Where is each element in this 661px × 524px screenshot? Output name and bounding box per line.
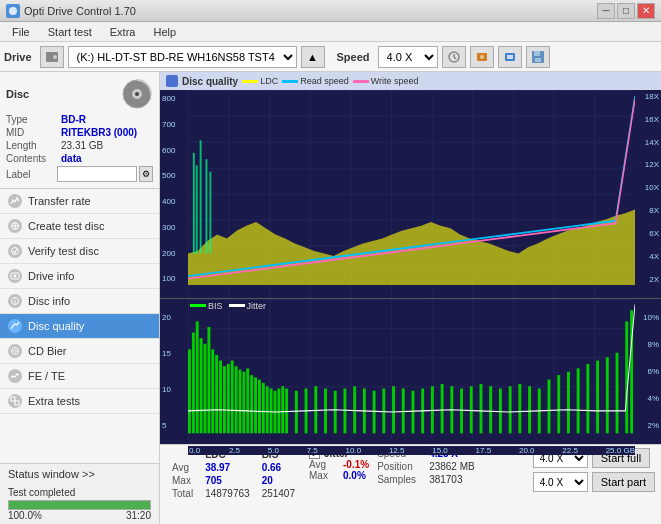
mid-value: RITEKBR3 (000) (61, 127, 137, 138)
y1r-12x: 12X (637, 160, 659, 169)
x2-20: 20.0 (519, 446, 535, 455)
legend-read-speed: Read speed (282, 76, 349, 86)
speed-icon-btn3[interactable] (498, 46, 522, 68)
svg-rect-31 (196, 165, 198, 253)
progress-time: 100.0% 31:20 (8, 510, 151, 521)
chart2-container: BIS Jitter 20 15 10 5 (160, 299, 661, 525)
type-value: BD-R (61, 114, 86, 125)
close-button[interactable]: ✕ (637, 3, 655, 19)
nav-disc-info-label: Disc info (28, 295, 70, 307)
speed-icon-btn2[interactable] (470, 46, 494, 68)
samples-row: Samples 381703 (377, 474, 475, 485)
nav-transfer-rate-label: Transfer rate (28, 195, 91, 207)
label-input[interactable] (57, 166, 137, 182)
svg-line-5 (454, 57, 456, 59)
chart2-legend: BIS Jitter (190, 301, 266, 311)
svg-rect-12 (535, 58, 541, 62)
nav-drive-info-label: Drive info (28, 270, 74, 282)
x2-175: 17.5 (476, 446, 492, 455)
chart1-title-bar: Disc quality LDC Read speed Write speed (160, 72, 661, 90)
y1-100: 100 (162, 274, 186, 283)
svg-rect-37 (188, 349, 191, 433)
max-bis: 20 (256, 474, 301, 487)
legend-jitter-color (229, 304, 245, 307)
svg-rect-71 (373, 390, 376, 433)
legend-read-speed-label: Read speed (300, 76, 349, 86)
progress-elapsed: 31:20 (126, 510, 151, 521)
y2-20: 20 (162, 313, 186, 322)
chart1-y-left: 800 700 600 500 400 300 200 100 (160, 90, 188, 298)
nav-disc-quality-label: Disc quality (28, 320, 84, 332)
nav-drive-info[interactable]: Drive info (0, 264, 159, 289)
nav-verify-test-disc[interactable]: Verify test disc (0, 239, 159, 264)
legend-ldc-color (242, 80, 258, 83)
app-icon (6, 4, 20, 18)
nav-fe-te-label: FE / TE (28, 370, 65, 382)
svg-rect-42 (207, 326, 210, 432)
jitter-max-value: 0.0% (343, 470, 366, 481)
nav-extra-tests[interactable]: Extra tests (0, 389, 159, 414)
drive-icon-btn[interactable] (40, 46, 64, 68)
menu-file[interactable]: File (4, 24, 38, 40)
length-key: Length (6, 140, 61, 151)
titlebar-left: Opti Drive Control 1.70 (6, 4, 136, 18)
label-browse-button[interactable]: ⚙ (139, 166, 153, 182)
status-window-button[interactable]: Status window >> (0, 463, 159, 484)
y1-800: 800 (162, 94, 186, 103)
speed-select[interactable]: 4.0 X (378, 46, 438, 68)
menu-help[interactable]: Help (145, 24, 184, 40)
progress-percent: 100.0% (8, 510, 42, 521)
extra-tests-icon (8, 394, 22, 408)
nav-transfer-rate[interactable]: Transfer rate (0, 189, 159, 214)
x2-25: 2.5 (229, 446, 240, 455)
nav-disc-quality[interactable]: Disc quality (0, 314, 159, 339)
nav-cd-bier[interactable]: CD Bier (0, 339, 159, 364)
contents-value: data (61, 153, 82, 164)
drive-label: Drive (4, 51, 32, 63)
chart2-y-left: 20 15 10 5 (160, 299, 188, 445)
svg-rect-46 (223, 366, 226, 433)
chart1-svg (188, 90, 635, 298)
nav-verify-test-disc-label: Verify test disc (28, 245, 99, 257)
nav-fe-te[interactable]: FE / TE (0, 364, 159, 389)
status-text: Test completed (8, 487, 151, 498)
max-label: Max (166, 474, 199, 487)
sidebar-bottom: Status window >> Test completed 100.0% 3… (0, 463, 159, 524)
progress-bar (8, 500, 151, 510)
svg-rect-82 (480, 384, 483, 433)
disc-quality-icon (8, 319, 22, 333)
nav-disc-info[interactable]: Disc info (0, 289, 159, 314)
legend-jitter-label: Jitter (247, 301, 267, 311)
total-label: Total (166, 487, 199, 500)
menu-start-test[interactable]: Start test (40, 24, 100, 40)
save-icon-btn[interactable] (526, 46, 550, 68)
chart1-svg-container: 0.0 2.5 5.0 7.5 10.0 12.5 15.0 17.5 20.0… (188, 90, 635, 298)
svg-rect-69 (353, 386, 356, 433)
maximize-button[interactable]: □ (617, 3, 635, 19)
chart2-body: BIS Jitter 20 15 10 5 (160, 299, 661, 445)
jitter-avg-row: Avg -0.1% (309, 459, 369, 470)
x2-125: 12.5 (389, 446, 405, 455)
svg-rect-51 (242, 371, 245, 433)
svg-rect-34 (209, 172, 211, 254)
minimize-button[interactable]: ─ (597, 3, 615, 19)
y1r-16x: 16X (637, 115, 659, 124)
x2-5: 5.0 (268, 446, 279, 455)
svg-rect-92 (577, 368, 580, 433)
y1r-2x: 2X (637, 275, 659, 284)
eject-button[interactable]: ▲ (301, 46, 325, 68)
y2r-10: 10% (637, 313, 659, 322)
menu-extra[interactable]: Extra (102, 24, 144, 40)
speed-icon-btn1[interactable] (442, 46, 466, 68)
x2-25gb: 25.0 GB (606, 446, 635, 455)
drive-select[interactable]: (K:) HL-DT-ST BD-RE WH16NS58 TST4 (68, 46, 297, 68)
legend-write-speed-color (353, 80, 369, 83)
start-part-button[interactable]: Start part (592, 472, 655, 492)
start-part-speed-select[interactable]: 4.0 X (533, 472, 588, 492)
label-key: Label (6, 169, 55, 180)
nav-create-test-disc[interactable]: Create test disc (0, 214, 159, 239)
svg-rect-11 (534, 51, 540, 56)
svg-rect-87 (528, 386, 531, 433)
svg-rect-91 (567, 371, 570, 433)
svg-rect-50 (239, 369, 242, 433)
